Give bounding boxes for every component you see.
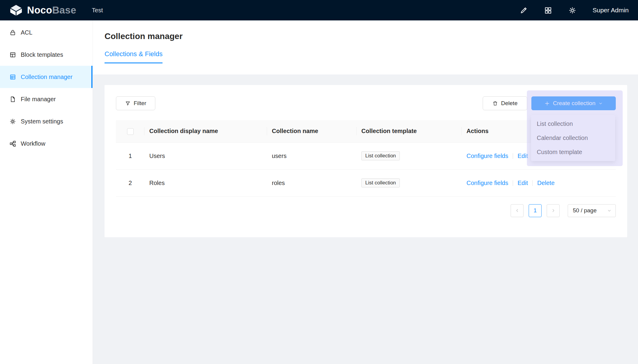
sidebar-item-acl[interactable]: ACL (0, 21, 93, 44)
filter-button[interactable]: Filter (116, 96, 155, 110)
page-number-button[interactable]: 1 (529, 204, 542, 217)
nocobase-logo[interactable]: NocoBase (0, 4, 76, 17)
action-divider (532, 180, 533, 186)
template-tag: List collection (361, 151, 400, 160)
gear-icon (9, 118, 16, 125)
sidebar-item-workflow[interactable]: Workflow (0, 132, 93, 155)
cell-collection-name: users (267, 142, 357, 169)
create-collection-button[interactable]: Create collection (531, 96, 616, 110)
toolbar-right: Delete Create collection (483, 96, 616, 110)
collection-icon (9, 74, 16, 80)
create-collection-dropdown: List collection Calendar collection Cust… (531, 115, 615, 161)
configure-fields-link[interactable]: Configure fields (466, 180, 508, 187)
workflow-icon (9, 140, 16, 147)
sidebar-item-label: ACL (21, 29, 32, 36)
menu-item-custom-template[interactable]: Custom template (531, 145, 615, 159)
configure-fields-link[interactable]: Configure fields (466, 153, 508, 159)
menu-item-list-collection[interactable]: List collection (531, 117, 615, 131)
topbar: NocoBase Test Super Admin (0, 0, 638, 20)
template-tag: List collection (361, 178, 400, 187)
tab-collections-and-fields[interactable]: Collections & Fields (105, 50, 163, 63)
cell-display-name: Users (144, 142, 267, 169)
delete-link[interactable]: Delete (537, 180, 554, 187)
row-index: 2 (116, 169, 144, 196)
prev-page-button[interactable] (511, 204, 524, 217)
sidebar-item-collection-manager[interactable]: Collection manager (0, 66, 93, 88)
brand-text: NocoBase (27, 5, 76, 16)
blocks-icon[interactable] (544, 6, 552, 14)
page-size-select[interactable]: 50 / page (568, 204, 616, 217)
chevron-down-icon (607, 208, 612, 213)
highlighter-icon[interactable] (520, 6, 528, 14)
next-page-button[interactable] (547, 204, 560, 217)
collections-card: Filter Delete Create collection (105, 85, 627, 237)
sidebar-item-label: Workflow (21, 140, 45, 147)
chevron-down-icon (598, 101, 603, 106)
page-size-value: 50 / page (573, 207, 597, 214)
brand-light: Base (52, 5, 76, 16)
layout-icon (9, 51, 16, 58)
row-index: 1 (116, 142, 144, 169)
sidebar-item-system-settings[interactable]: System settings (0, 110, 93, 132)
gear-icon[interactable] (568, 6, 576, 14)
column-header-template: Collection template (357, 120, 462, 142)
edit-link[interactable]: Edit (518, 153, 528, 159)
delete-button[interactable]: Delete (483, 96, 527, 110)
topbar-menu-item-test[interactable]: Test (92, 7, 103, 14)
user-menu[interactable]: Super Admin (593, 7, 629, 14)
topbar-right: Super Admin (520, 6, 638, 14)
row-actions: Configure fields Edit Delete (466, 180, 616, 187)
sidebar-item-block-templates[interactable]: Block templates (0, 44, 93, 66)
app-screen: NocoBase Test Super Admin ACL (0, 0, 638, 364)
page-header: Collection manager Collections & Fields (93, 20, 638, 74)
brand-bold: Noco (27, 5, 52, 16)
page-title: Collection manager (105, 32, 638, 41)
tab-label: Collections & Fields (105, 50, 163, 58)
sidebar-item-label: Collection manager (21, 74, 72, 80)
sidebar-item-label: File manager (21, 96, 56, 103)
sidebar-item-label: System settings (21, 118, 63, 125)
delete-button-label: Delete (501, 100, 518, 107)
file-icon (9, 96, 16, 103)
action-divider (513, 180, 513, 186)
main-content: Collection manager Collections & Fields … (93, 20, 638, 364)
filter-button-label: Filter (134, 100, 146, 107)
menu-item-calendar-collection[interactable]: Calendar collection (531, 131, 615, 145)
card-toolbar: Filter Delete Create collection (105, 85, 627, 110)
edit-link[interactable]: Edit (518, 180, 528, 187)
action-divider (513, 153, 513, 159)
settings-sidebar: ACL Block templates Collection manager F… (0, 20, 93, 364)
select-all-checkbox[interactable] (127, 128, 134, 135)
sidebar-item-label: Block templates (21, 51, 63, 58)
trash-icon (492, 101, 498, 106)
column-header-name: Collection name (267, 120, 357, 142)
nocobase-cube-icon (9, 4, 23, 17)
cell-display-name: Roles (144, 169, 267, 196)
filter-icon (125, 101, 131, 106)
lock-icon (9, 29, 16, 36)
chevron-left-icon (515, 208, 520, 213)
table-row: 2 Roles roles List collection Configure … (116, 169, 616, 196)
create-collection-label: Create collection (553, 100, 596, 107)
sidebar-item-file-manager[interactable]: File manager (0, 88, 93, 110)
pagination: 1 50 / page (116, 204, 616, 217)
plus-icon (544, 101, 550, 106)
cell-collection-name: roles (267, 169, 357, 196)
column-header-display-name: Collection display name (144, 120, 267, 142)
chevron-right-icon (551, 208, 556, 213)
